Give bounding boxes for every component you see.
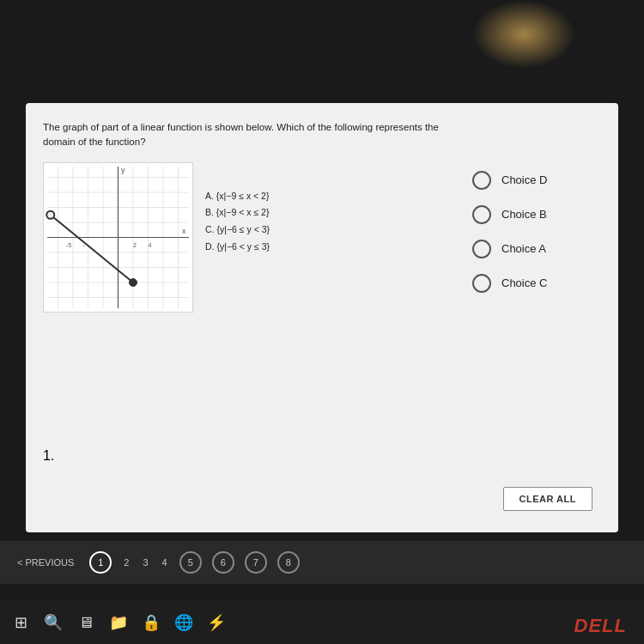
svg-text:4: 4 xyxy=(149,242,152,248)
screen-glow xyxy=(472,0,575,69)
radio-choices: Choice D Choice B Choice A Choice C xyxy=(472,162,601,293)
nav-page-3[interactable]: 3 xyxy=(143,557,148,568)
task-view-icon[interactable]: 🖥 xyxy=(72,609,100,636)
nav-page-8-label: 8 xyxy=(286,557,291,568)
search-icon[interactable]: 🔍 xyxy=(39,609,67,636)
browser-icon[interactable]: 🌐 xyxy=(170,609,197,636)
radio-circle-b[interactable] xyxy=(472,205,491,224)
dell-logo: DELL xyxy=(574,615,627,637)
nav-page-2[interactable]: 2 xyxy=(124,557,129,568)
answer-choices: A. {x|−9 ≤ x < 2} B. {x|−9 < x ≤ 2} C. {… xyxy=(205,162,270,257)
svg-point-29 xyxy=(130,278,137,286)
clear-all-button[interactable]: CLEAR ALL xyxy=(503,487,592,511)
svg-text:x: x xyxy=(182,227,186,235)
nav-page-4[interactable]: 4 xyxy=(162,557,167,568)
svg-text:-5: -5 xyxy=(66,242,71,248)
radio-item-d[interactable]: Choice D xyxy=(472,171,601,190)
nav-page-6[interactable]: 6 xyxy=(212,551,234,574)
radio-label-c: Choice C xyxy=(501,276,547,289)
left-section: x y -5 - 2 4 xyxy=(43,162,270,313)
content-area: The graph of part of a linear function i… xyxy=(26,103,618,532)
nav-page-1-label: 1 xyxy=(98,557,103,568)
question-text: The graph of part of a linear function i… xyxy=(43,120,601,150)
app-icon[interactable]: ⚡ xyxy=(203,609,230,636)
radio-label-b: Choice B xyxy=(501,208,547,221)
nav-page-6-label: 6 xyxy=(221,557,226,568)
main-row: x y -5 - 2 4 xyxy=(43,162,601,313)
prev-label: < PREVIOUS xyxy=(17,557,74,568)
svg-text:y: y xyxy=(121,166,125,174)
choice-d-text: D. {y|−6 < y ≤ 3} xyxy=(205,239,270,256)
radio-circle-a[interactable] xyxy=(472,240,491,258)
nav-page-8[interactable]: 8 xyxy=(277,551,300,574)
svg-point-28 xyxy=(46,210,54,218)
nav-bar: < PREVIOUS 1 2 3 4 5 6 7 8 xyxy=(0,541,644,584)
choice-b-text: B. {x|−9 < x ≤ 2} xyxy=(205,204,270,222)
nav-page-7-label: 7 xyxy=(253,557,258,568)
radio-item-b[interactable]: Choice B xyxy=(472,205,601,224)
radio-label-d: Choice D xyxy=(501,173,547,186)
prev-button[interactable]: < PREVIOUS xyxy=(17,557,74,568)
nav-page-5[interactable]: 5 xyxy=(179,551,202,574)
security-icon[interactable]: 🔒 xyxy=(137,609,165,636)
choice-a-text: A. {x|−9 ≤ x < 2} xyxy=(205,188,270,205)
radio-item-a[interactable]: Choice A xyxy=(472,240,601,258)
radio-label-a: Choice A xyxy=(501,242,546,255)
taskbar: ⊞ 🔍 🖥 📁 🔒 🌐 ⚡ xyxy=(0,601,644,644)
svg-text:2: 2 xyxy=(133,242,137,248)
question-line2: domain of the function? xyxy=(43,137,146,147)
nav-page-5-label: 5 xyxy=(188,557,193,568)
question-line1: The graph of part of a linear function i… xyxy=(43,122,439,132)
start-button[interactable]: ⊞ xyxy=(7,609,34,636)
nav-page-7[interactable]: 7 xyxy=(245,551,267,574)
radio-circle-d[interactable] xyxy=(472,171,491,190)
nav-page-1[interactable]: 1 xyxy=(89,551,112,574)
radio-circle-c[interactable] xyxy=(472,274,491,293)
question-number: 1. xyxy=(43,448,54,464)
choice-c-text: C. {y|−6 ≤ y < 3} xyxy=(205,222,270,239)
graph-container: x y -5 - 2 4 xyxy=(43,162,193,313)
explorer-icon[interactable]: 📁 xyxy=(105,609,132,636)
radio-item-c[interactable]: Choice C xyxy=(472,274,601,293)
